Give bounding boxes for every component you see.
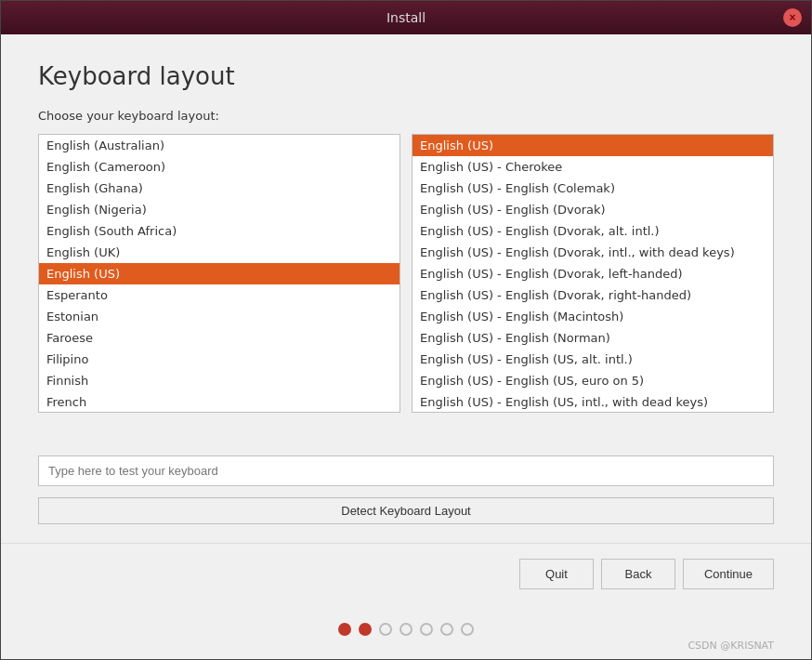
list-item[interactable]: English (Ghana) [39,178,399,199]
list-item[interactable]: English (US) [413,135,773,156]
list-item[interactable]: English (US) - English (US, euro on 5) [413,370,773,391]
install-window: Install × Keyboard layout Choose your ke… [0,0,812,660]
main-content: Keyboard layout Choose your keyboard lay… [1,34,811,543]
list-item[interactable]: English (US) - English (Norman) [413,327,773,349]
progress-dot [379,623,392,636]
list-item[interactable]: English (US) - English (US, intl., with … [413,391,773,413]
window-title: Install [386,10,426,25]
list-item[interactable]: English (US) [39,263,399,284]
list-item[interactable]: English (US) - English (Dvorak, left-han… [413,263,773,284]
list-item[interactable]: English (US) - English (US, alt. intl.) [413,349,773,370]
titlebar: Install × [1,1,811,34]
watermark: CSDN @KRISNAT [1,636,811,659]
list-item[interactable]: English (US) - English (Dvorak, alt. int… [413,220,773,242]
progress-dot [399,623,413,636]
progress-dot [338,623,351,636]
subtitle: Choose your keyboard layout: [38,109,774,123]
list-item[interactable]: English (UK) [39,242,399,263]
progress-dot [440,623,453,636]
lists-container: English (Australian)English (Cameroon)En… [38,134,774,441]
bottom-bar: Quit Back Continue [1,544,811,608]
list-item[interactable]: English (Australian) [39,135,399,156]
progress-dot [359,623,372,636]
detect-keyboard-button[interactable]: Detect Keyboard Layout [38,497,774,524]
navigation-buttons: Quit Back Continue [519,559,774,589]
quit-button[interactable]: Quit [519,559,594,589]
list-item[interactable]: Faroese [39,327,399,349]
back-button[interactable]: Back [601,559,675,589]
layout-variant-list[interactable]: English (US)English (US) - CherokeeEngli… [412,134,774,413]
list-item[interactable]: English (US) - English (Dvorak) [413,199,773,220]
progress-dot [461,623,474,636]
page-title: Keyboard layout [38,62,774,90]
keyboard-test-input[interactable] [38,455,774,486]
list-item[interactable]: English (US) - English (Dvorak, right-ha… [413,284,773,306]
list-item[interactable]: Filipino [39,349,399,370]
language-list[interactable]: English (Australian)English (Cameroon)En… [38,134,400,413]
list-item[interactable]: English (Nigeria) [39,199,399,220]
close-button[interactable]: × [783,8,802,27]
list-item[interactable]: French [39,391,399,413]
progress-dots [1,608,811,636]
list-item[interactable]: English (South Africa) [39,220,399,242]
list-item[interactable]: Finnish [39,370,399,391]
continue-button[interactable]: Continue [683,559,774,589]
progress-dot [420,623,433,636]
list-item[interactable]: English (US) - English (Colemak) [413,178,773,199]
list-item[interactable]: Estonian [39,306,399,327]
list-item[interactable]: English (US) - Cherokee [413,156,773,178]
list-item[interactable]: English (Cameroon) [39,156,399,178]
list-item[interactable]: English (US) - English (Macintosh) [413,306,773,327]
list-item[interactable]: English (US) - English (Dvorak, intl., w… [413,242,773,263]
footer: Quit Back Continue CSDN @KRISNAT [1,543,811,659]
list-item[interactable]: Esperanto [39,284,399,306]
test-input-container [38,455,774,486]
